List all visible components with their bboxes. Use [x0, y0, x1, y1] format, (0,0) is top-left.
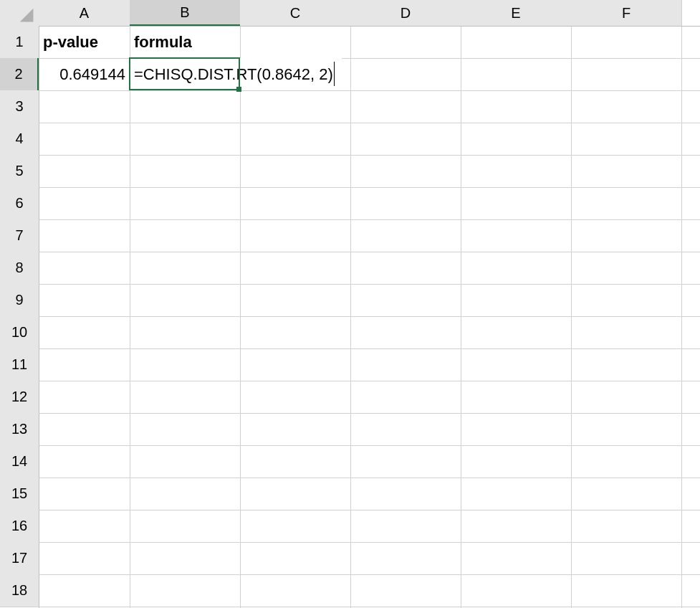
row-header-label: 13 — [11, 421, 27, 437]
row-header-label: 2 — [14, 66, 22, 82]
row-header-label: 16 — [11, 518, 27, 534]
row-header-label: 6 — [15, 195, 23, 212]
row-header-label: 9 — [15, 292, 23, 308]
col-header-C[interactable]: C — [240, 0, 350, 26]
row-header-label: 3 — [15, 98, 23, 115]
cell-A2[interactable]: 0.649144 — [39, 58, 130, 90]
row-header-9[interactable]: 9 — [0, 284, 39, 316]
row-header-label: 5 — [15, 163, 23, 179]
col-header-label: F — [622, 5, 631, 22]
row-header-4[interactable]: 4 — [0, 123, 39, 155]
row-header-label: 18 — [11, 582, 27, 599]
cell-B2[interactable]: =CHISQ.DIST.RT(0.8642, 2) — [130, 58, 342, 90]
row-header-label: 12 — [11, 389, 27, 405]
row-header-13[interactable]: 13 — [0, 413, 39, 445]
cell-value: =CHISQ.DIST.RT(0.8642, 2) — [134, 65, 333, 84]
row-header-3[interactable]: 3 — [0, 90, 39, 123]
cell-B1[interactable]: formula — [130, 26, 240, 58]
select-all-corner[interactable] — [0, 0, 39, 26]
cell-value: p-value — [43, 33, 98, 52]
row-header-16[interactable]: 16 — [0, 510, 39, 542]
col-header-D[interactable]: D — [350, 0, 461, 26]
svg-marker-26 — [20, 9, 34, 22]
row-header-label: 11 — [11, 356, 27, 373]
spreadsheet[interactable]: A B C D E F 1 2 3 4 5 6 7 8 9 10 11 12 1… — [0, 0, 700, 608]
row-header-6[interactable]: 6 — [0, 187, 39, 219]
row-header-label: 15 — [11, 485, 27, 502]
row-header-1[interactable]: 1 — [0, 26, 39, 58]
row-header-14[interactable]: 14 — [0, 445, 39, 478]
col-header-A[interactable]: A — [39, 0, 130, 26]
row-header-label: 8 — [15, 260, 23, 276]
row-header-8[interactable]: 8 — [0, 252, 39, 284]
row-header-12[interactable]: 12 — [0, 381, 39, 413]
col-header-label: E — [511, 5, 520, 22]
col-header-B[interactable]: B — [130, 0, 240, 26]
cell-value: 0.649144 — [59, 65, 125, 84]
row-header-label: 17 — [11, 550, 27, 566]
cell-A1[interactable]: p-value — [39, 26, 130, 58]
row-header-2[interactable]: 2 — [0, 58, 39, 90]
row-header-label: 7 — [15, 227, 23, 244]
col-header-label: B — [180, 4, 189, 21]
row-header-10[interactable]: 10 — [0, 316, 39, 348]
col-header-E[interactable]: E — [461, 0, 571, 26]
row-header-7[interactable]: 7 — [0, 219, 39, 252]
row-header-label: 4 — [15, 130, 23, 147]
row-header-5[interactable]: 5 — [0, 155, 39, 187]
col-header-label: C — [290, 5, 300, 22]
row-header-18[interactable]: 18 — [0, 574, 39, 607]
row-header-label: 14 — [11, 453, 27, 470]
col-header-label: A — [80, 5, 89, 22]
row-header-17[interactable]: 17 — [0, 542, 39, 574]
gridlines — [0, 0, 700, 608]
row-header-15[interactable]: 15 — [0, 478, 39, 510]
col-header-F[interactable]: F — [571, 0, 681, 26]
col-header-label: D — [401, 5, 411, 22]
cell-value: formula — [134, 33, 192, 52]
row-header-11[interactable]: 11 — [0, 348, 39, 381]
row-header-label: 1 — [15, 34, 23, 50]
row-header-label: 10 — [11, 324, 27, 341]
